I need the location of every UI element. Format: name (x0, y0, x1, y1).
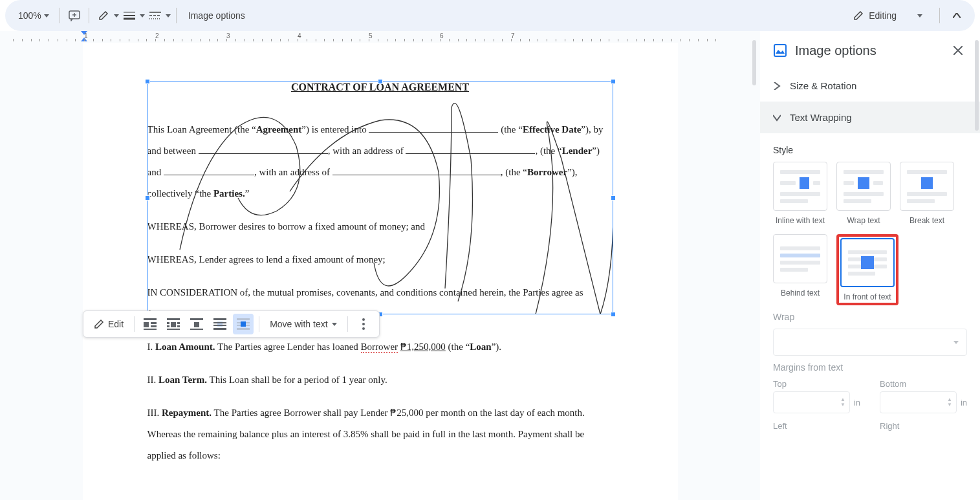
scrollbar[interactable] (975, 40, 979, 131)
svg-rect-25 (213, 318, 226, 320)
svg-rect-17 (177, 322, 180, 324)
behind-text-icon[interactable] (210, 314, 230, 334)
inline-wrap-icon[interactable] (140, 314, 160, 334)
margin-left-label: Left (773, 421, 860, 431)
style-wrap-text[interactable]: Wrap text (836, 162, 891, 225)
size-rotation-section[interactable]: Size & Rotation (760, 70, 980, 102)
style-caption: Inline with text (776, 216, 825, 225)
pencil-icon (94, 319, 104, 329)
style-in-front-of-text-highlight: In front of text (836, 234, 898, 305)
break-text-icon[interactable] (186, 314, 207, 334)
chevron-down-icon[interactable] (114, 14, 119, 17)
edit-button[interactable]: Edit (89, 316, 129, 332)
chevron-down-icon[interactable] (166, 14, 171, 17)
chevron-down-icon[interactable] (140, 14, 145, 17)
chevron-down-icon (332, 323, 337, 326)
style-caption: Wrap text (847, 216, 880, 225)
svg-rect-16 (167, 322, 169, 324)
divider (60, 8, 60, 23)
margin-bottom-label: Bottom (880, 379, 967, 389)
margin-top-label: Top (773, 379, 860, 389)
svg-point-35 (362, 323, 365, 325)
editing-label: Editing (869, 10, 897, 21)
svg-rect-37 (774, 45, 786, 56)
drawing-scribble (147, 82, 613, 314)
svg-rect-19 (177, 325, 180, 327)
pencil-icon[interactable] (94, 6, 113, 25)
divider (939, 8, 940, 23)
style-inline-with-text[interactable]: Inline with text (773, 162, 827, 225)
more-options-icon[interactable] (353, 314, 374, 334)
divider (176, 8, 177, 23)
style-break-text[interactable]: Break text (900, 162, 954, 225)
collapse-toolbar-button[interactable] (946, 5, 967, 26)
section-label: Size & Rotation (790, 80, 856, 91)
scrollbar[interactable] (752, 40, 756, 85)
image-options-button[interactable]: Image options (182, 6, 252, 25)
svg-rect-20 (167, 329, 180, 330)
main-toolbar: 100% Image options Editing (5, 0, 975, 31)
sidebar-header: Image options (760, 31, 980, 70)
svg-rect-33 (241, 321, 246, 327)
chevron-down-icon (44, 14, 49, 17)
unit-label: in (961, 398, 967, 408)
image-options-sidebar: Image options Size & Rotation Text Wrapp… (760, 31, 980, 500)
chevron-down-icon (953, 341, 959, 344)
chevron-up-icon (953, 13, 961, 18)
svg-rect-32 (237, 328, 250, 330)
edit-label: Edit (108, 319, 124, 329)
svg-rect-14 (167, 318, 180, 320)
close-icon (953, 46, 963, 55)
chevron-down-icon (917, 14, 922, 17)
text-wrapping-body: Style Inline with text (760, 133, 980, 446)
svg-rect-28 (213, 328, 226, 330)
svg-rect-13 (144, 329, 157, 330)
style-caption: In front of text (844, 292, 891, 301)
svg-rect-29 (237, 318, 250, 320)
in-front-of-text-icon[interactable] (233, 314, 254, 334)
horizontal-ruler[interactable]: 1234567 (6, 31, 760, 43)
add-comment-icon[interactable] (65, 6, 83, 25)
paragraph-item3: III. Repayment. The Parties agree Borrow… (147, 402, 613, 466)
zoom-dropdown[interactable]: 100% (13, 8, 54, 23)
margins-label: Margins from text (773, 362, 967, 373)
style-behind-text[interactable]: Behind text (773, 234, 827, 305)
paragraph-item1: I. Loan Amount. The Parties agree Lender… (147, 336, 613, 358)
style-caption: Break text (909, 216, 944, 225)
document-area: 1234567 CONTRACT OF LOAN AGREEMENT This … (0, 31, 760, 500)
text-wrapping-section[interactable]: Text Wrapping (760, 102, 980, 133)
margin-right-label: Right (880, 421, 967, 431)
svg-rect-11 (151, 322, 157, 324)
zoom-value: 100% (18, 10, 41, 21)
svg-rect-15 (171, 322, 176, 327)
style-in-front-of-text[interactable]: In front of text (840, 238, 895, 301)
paragraph-item2: II. Loan Term. This Loan shall be for a … (147, 369, 613, 391)
svg-rect-10 (144, 322, 149, 327)
svg-rect-22 (194, 322, 199, 327)
move-with-text-dropdown[interactable]: Move with text (265, 316, 342, 332)
image-icon (773, 43, 787, 58)
border-weight-icon[interactable] (120, 6, 138, 25)
chevron-down-icon (773, 114, 781, 122)
unit-label: in (854, 398, 860, 408)
editing-mode-button[interactable]: Editing (843, 6, 933, 25)
move-label: Move with text (270, 319, 327, 329)
document-page[interactable]: CONTRACT OF LOAN AGREEMENT This Loan Agr… (83, 43, 678, 500)
chevron-right-icon (773, 82, 781, 90)
style-label: Style (773, 145, 967, 155)
pencil-icon (853, 10, 864, 21)
image-floating-toolbar: Edit Move with text (83, 310, 380, 338)
svg-rect-23 (190, 329, 203, 330)
margin-bottom-input: ▲▼ (880, 391, 957, 413)
close-button[interactable] (949, 41, 967, 60)
svg-rect-9 (144, 318, 157, 320)
border-dash-icon[interactable] (146, 6, 164, 25)
margin-top-input: ▲▼ (773, 391, 850, 413)
sidebar-title: Image options (795, 43, 941, 58)
wrap-dropdown (773, 329, 967, 356)
svg-rect-26 (213, 322, 226, 323)
svg-point-36 (362, 327, 365, 330)
wrap-text-icon[interactable] (163, 314, 184, 334)
svg-rect-27 (213, 325, 226, 326)
divider (89, 8, 89, 23)
